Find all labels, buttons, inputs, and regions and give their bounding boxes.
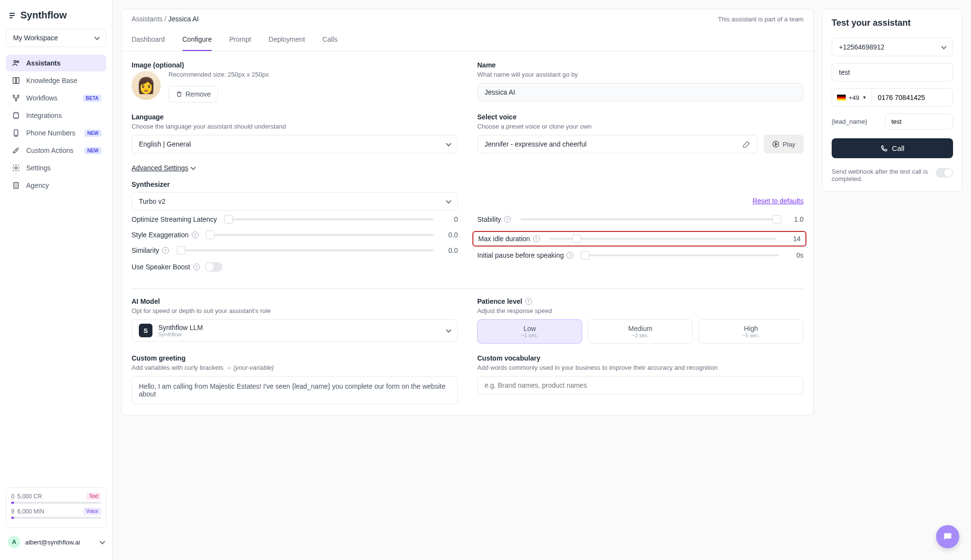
tabs: Dashboard Configure Prompt Deployment Ca… (122, 29, 813, 51)
patience-sub: ~1 sec. (483, 332, 577, 338)
greeting-label: Custom greeting (132, 354, 458, 362)
slider-value: 1.0 (789, 215, 804, 223)
help-icon[interactable]: ? (162, 247, 169, 254)
badge-new: NEW (84, 130, 101, 137)
model-name: Synthflow LLM (158, 324, 441, 331)
sidebar-item-phone-numbers[interactable]: Phone Numbers NEW (6, 125, 106, 141)
patience-name: High (704, 325, 798, 332)
voice-label: Select voice (477, 113, 804, 121)
divider (132, 288, 804, 289)
model-sub: Synthflow (158, 331, 441, 337)
sidebar-item-assistants[interactable]: Assistants (6, 55, 106, 71)
tab-configure[interactable]: Configure (183, 29, 212, 51)
usage-text-label: 5,000 CR (17, 493, 42, 500)
chevron-down-icon (941, 44, 946, 49)
speaker-boost-label: Use Speaker Boost (132, 263, 190, 271)
country-code-select[interactable]: +49 ▼ (832, 89, 872, 106)
help-icon[interactable]: ? (504, 216, 511, 223)
user-email: albert@synthflow.ai (25, 539, 80, 546)
help-icon[interactable]: ? (533, 235, 540, 242)
users-icon (12, 59, 20, 67)
vocab-input[interactable] (477, 376, 804, 395)
play-voice-button[interactable]: Play (764, 135, 804, 153)
from-number-value: +12564698912 (839, 43, 885, 51)
from-number-select[interactable]: +12564698912 (832, 38, 953, 56)
sidebar-item-knowledge-base[interactable]: Knowledge Base (6, 72, 106, 89)
image-hint: Recommended size: 250px x 250px (168, 71, 269, 78)
patience-hint: Adjust the response speed (477, 307, 804, 314)
slider-label: Initial pause before speaking (477, 251, 564, 259)
test-name-input[interactable] (832, 63, 953, 82)
breadcrumb-root[interactable]: Assistants (132, 15, 163, 23)
tab-deployment[interactable]: Deployment (268, 29, 305, 51)
patience-high[interactable]: High ~5 sec. (699, 319, 804, 344)
slider-thumb[interactable] (572, 234, 581, 243)
test-var-input[interactable] (885, 114, 953, 130)
name-input[interactable] (477, 83, 804, 101)
phone-input[interactable] (872, 89, 953, 106)
slider-thumb[interactable] (177, 246, 185, 255)
language-label: Language (132, 113, 458, 121)
sidebar-item-label: Assistants (26, 59, 61, 67)
edit-icon[interactable] (743, 140, 751, 148)
voice-select[interactable]: Jennifer - expressive and cheerful (477, 135, 758, 153)
patience-sub: ~5 sec. (704, 332, 798, 338)
tab-dashboard[interactable]: Dashboard (132, 29, 165, 51)
help-icon[interactable]: ? (567, 252, 573, 259)
chevron-down-icon (446, 327, 451, 332)
webhook-toggle[interactable] (936, 168, 953, 178)
name-label: Name (477, 61, 804, 69)
reset-defaults-link[interactable]: Reset to defaults (753, 197, 804, 205)
slider-track[interactable] (550, 238, 776, 240)
assistant-avatar[interactable]: 👩 (132, 71, 161, 100)
slider-label: Max idle duration (478, 235, 530, 243)
advanced-settings-toggle[interactable]: Advanced Settings (132, 164, 195, 172)
slider-label: Style Exaggeration (132, 231, 189, 239)
chat-icon (942, 531, 953, 542)
sidebar-item-label: Phone Numbers (26, 129, 75, 137)
tab-prompt[interactable]: Prompt (229, 29, 251, 51)
sidebar-item-agency[interactable]: Agency (6, 177, 106, 194)
slider-track[interactable] (179, 249, 434, 251)
workspace-label: My Workspace (13, 34, 58, 42)
call-button[interactable]: Call (832, 138, 953, 158)
speaker-boost-toggle[interactable] (205, 262, 222, 272)
svg-point-1 (17, 61, 19, 63)
slider-thumb[interactable] (581, 251, 589, 260)
sidebar-item-workflows[interactable]: Workflows BETA (6, 90, 106, 106)
remove-image-button[interactable]: Remove (168, 86, 218, 102)
user-menu[interactable]: A albert@synthflow.ai (6, 532, 106, 552)
workspace-selector[interactable]: My Workspace (6, 29, 106, 47)
help-icon[interactable]: ? (192, 231, 199, 238)
svg-rect-5 (14, 113, 19, 118)
help-icon[interactable]: ? (193, 264, 200, 270)
sidebar-item-custom-actions[interactable]: Custom Actions NEW (6, 142, 106, 159)
slider-track[interactable] (208, 234, 434, 236)
ai-model-select[interactable]: S Synthflow LLM Synthflow (132, 319, 458, 342)
patience-low[interactable]: Low ~1 sec. (477, 319, 582, 344)
chat-fab[interactable] (936, 525, 959, 548)
slider-track[interactable] (227, 218, 434, 220)
help-icon[interactable]: ? (525, 298, 532, 305)
synthesizer-select[interactable]: Turbo v2 (132, 192, 458, 211)
patience-medium[interactable]: Medium ~3 sec. (588, 319, 693, 344)
slider-thumb[interactable] (772, 215, 781, 224)
highlighted-max-idle: Max idle duration? 14 (472, 231, 806, 247)
tab-calls[interactable]: Calls (322, 29, 337, 51)
slider-track[interactable] (520, 218, 779, 220)
patience-name: Medium (593, 325, 687, 332)
flag-icon (837, 95, 846, 100)
language-select[interactable]: English | General (132, 135, 458, 153)
sidebar-item-settings[interactable]: Settings (6, 160, 106, 176)
usage-voice-label: 6,000 MIN (17, 508, 44, 515)
badge-beta: BETA (83, 95, 101, 102)
sidebar-item-integrations[interactable]: Integrations (6, 107, 106, 124)
slider-thumb[interactable] (224, 215, 233, 224)
svg-point-0 (14, 61, 17, 63)
greeting-textarea[interactable]: Hello, I am calling from Majestic Estate… (132, 376, 458, 404)
usage-voice-tag: Voice (84, 508, 101, 515)
slider-track[interactable] (583, 254, 779, 256)
building-icon (12, 181, 20, 190)
slider-label: Stability (477, 215, 501, 223)
usage-voice-count: 9 (11, 508, 15, 515)
